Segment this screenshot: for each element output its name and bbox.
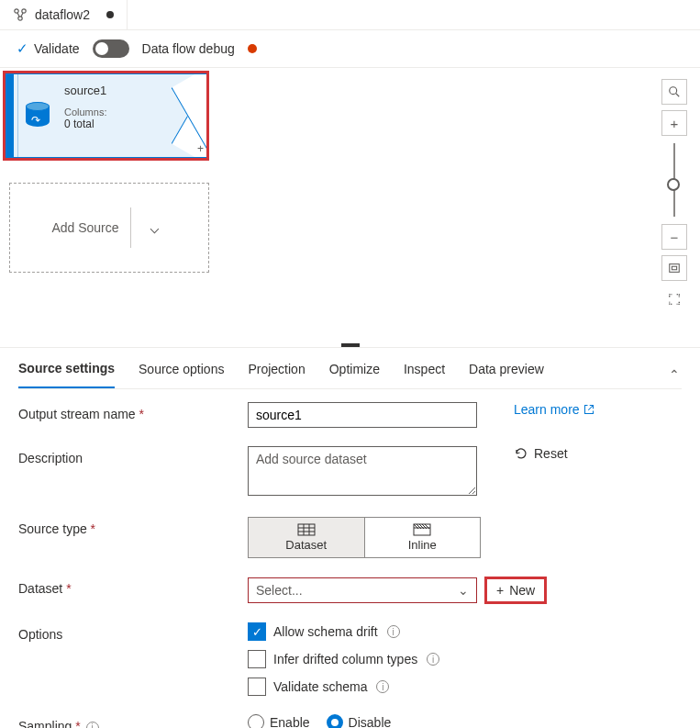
svg-point-0	[15, 9, 18, 13]
sampling-label: Sampling * i	[18, 714, 248, 728]
sampling-enable-radio[interactable]: Enable	[248, 714, 310, 728]
debug-toggle[interactable]	[93, 39, 129, 58]
options-label: Options	[18, 622, 248, 642]
source-type-dataset[interactable]: Dataset	[249, 518, 364, 557]
source-node[interactable]: ↷ source1 Columns: 0 total +	[3, 71, 209, 161]
svg-rect-4	[670, 264, 680, 273]
svg-point-2	[18, 17, 22, 20]
search-icon	[668, 85, 681, 98]
output-stream-input[interactable]	[248, 402, 477, 428]
zoom-in-button[interactable]: +	[661, 110, 687, 136]
info-icon[interactable]: i	[376, 680, 389, 693]
tab-inspect[interactable]: Inspect	[404, 362, 445, 387]
validate-button[interactable]: ✓ Validate	[17, 40, 80, 57]
description-input[interactable]	[248, 446, 477, 496]
allow-drift-label: Allow schema drift	[273, 624, 378, 639]
reset-button[interactable]: Reset	[514, 446, 568, 461]
zoom-out-button[interactable]: −	[661, 224, 687, 250]
add-source-label: Add Source	[51, 220, 118, 235]
dataflow-icon	[13, 7, 28, 22]
svg-rect-7	[414, 524, 430, 535]
reset-icon	[514, 446, 528, 461]
add-source-button[interactable]: Add Source ⌵	[9, 183, 209, 273]
svg-rect-5	[672, 266, 676, 270]
source-type-toggle: Dataset Inline	[248, 517, 481, 558]
checkmark-icon: ✓	[17, 40, 28, 57]
debug-label: Data flow debug	[142, 41, 235, 56]
minus-icon: −	[671, 230, 679, 245]
database-icon: ↷	[26, 102, 50, 129]
dataset-placeholder: Select...	[256, 583, 303, 598]
infer-drifted-label: Infer drifted column types	[273, 652, 417, 666]
debug-status-icon	[248, 44, 257, 53]
canvas[interactable]: ↷ source1 Columns: 0 total + Add Source …	[0, 68, 700, 343]
chevron-down-icon[interactable]: ⌵	[142, 218, 167, 238]
zoom-slider[interactable]	[673, 143, 675, 217]
infer-drifted-checkbox[interactable]	[248, 650, 266, 668]
sampling-disable-radio[interactable]: Disable	[327, 714, 392, 728]
tab-optimize[interactable]: Optimize	[329, 362, 380, 387]
description-label: Description	[18, 446, 248, 465]
tab-data-preview[interactable]: Data preview	[469, 362, 544, 387]
svg-rect-6	[298, 524, 315, 535]
table-icon	[297, 523, 316, 536]
svg-point-1	[22, 9, 26, 13]
chevron-down-icon: ⌄	[458, 583, 469, 598]
add-transformation-icon[interactable]: +	[197, 142, 204, 155]
inline-icon	[413, 523, 431, 536]
tab-dataflow[interactable]: dataflow2	[0, 0, 128, 29]
tab-source-options[interactable]: Source options	[139, 362, 224, 387]
validate-schema-checkbox[interactable]	[248, 678, 266, 696]
node-handle[interactable]	[6, 74, 14, 157]
validate-schema-label: Validate schema	[273, 679, 367, 694]
dataset-select[interactable]: Select... ⌄	[248, 577, 477, 603]
fullscreen-button[interactable]	[661, 286, 687, 312]
new-dataset-button[interactable]: + New	[484, 577, 547, 604]
fit-to-screen-button[interactable]	[661, 255, 687, 281]
radio-icon	[248, 714, 264, 728]
unsaved-indicator-icon	[106, 11, 114, 18]
external-link-icon	[583, 404, 594, 415]
output-stream-label: Output stream name *	[18, 402, 248, 421]
fullscreen-icon	[668, 293, 681, 306]
info-icon[interactable]: i	[427, 653, 439, 666]
info-icon[interactable]: i	[387, 625, 400, 638]
collapse-panel-icon[interactable]: ⌃	[669, 367, 682, 382]
tab-source-settings[interactable]: Source settings	[18, 361, 115, 388]
search-canvas-button[interactable]	[661, 79, 687, 105]
zoom-slider-knob[interactable]	[667, 178, 680, 191]
source-type-label: Source type *	[18, 517, 248, 536]
validate-label: Validate	[34, 41, 80, 56]
plus-icon: +	[671, 116, 679, 131]
plus-icon: +	[496, 583, 504, 598]
allow-schema-drift-checkbox[interactable]: ✓	[248, 622, 266, 641]
dataset-label: Dataset *	[18, 577, 248, 596]
toggle-knob-icon	[95, 42, 108, 55]
separator	[130, 207, 131, 248]
learn-more-link[interactable]: Learn more	[514, 402, 594, 417]
svg-point-3	[670, 87, 677, 95]
tab-projection[interactable]: Projection	[248, 362, 305, 387]
radio-icon	[327, 714, 343, 728]
source-type-inline[interactable]: Inline	[364, 518, 481, 557]
info-icon[interactable]: i	[86, 722, 99, 729]
tab-title: dataflow2	[35, 7, 90, 22]
fit-screen-icon	[668, 262, 681, 274]
